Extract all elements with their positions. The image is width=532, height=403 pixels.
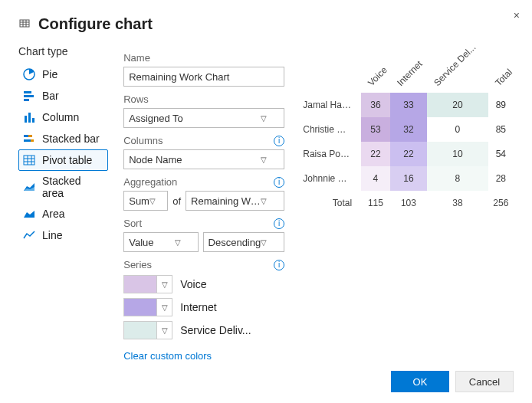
sort-dir-value: Descending [209, 237, 261, 248]
pivot-cell: 10 [427, 142, 488, 166]
series-row: ▽Internet [123, 298, 284, 316]
color-swatch [124, 322, 156, 339]
aggregation-field-select[interactable]: Remaining Work ▽ [186, 191, 284, 211]
chevron-down-icon: ▽ [261, 114, 267, 123]
svg-rect-10 [28, 113, 31, 123]
series-name: Service Deliv... [180, 324, 251, 336]
ok-button[interactable]: OK [391, 371, 449, 392]
pivot-cell: 33 [390, 93, 428, 117]
columns-select[interactable]: Node Name ▽ [123, 149, 284, 169]
chart-type-pie[interactable]: Pie [18, 64, 108, 85]
series-color-select[interactable]: ▽ [123, 298, 172, 316]
configure-chart-dialog: × Configure chart Chart type PieBarColum… [0, 0, 532, 403]
pivot-col-header: Internet [390, 50, 428, 93]
cancel-button[interactable]: Cancel [455, 371, 514, 392]
columns-value: Node Name [129, 154, 182, 165]
chart-type-stacked-bar[interactable]: Stacked bar [18, 128, 108, 149]
series-row: ▽Voice [123, 275, 284, 293]
pivot-total-cell: 115 [361, 191, 389, 215]
chart-type-column[interactable]: Column [18, 106, 108, 128]
info-icon[interactable]: i [274, 218, 284, 229]
sort-field-select[interactable]: Value ▽ [123, 232, 198, 252]
aggregation-label: Aggregation [123, 176, 177, 188]
svg-rect-14 [24, 139, 31, 142]
chevron-down-icon: ▽ [156, 299, 172, 316]
info-icon[interactable]: i [274, 260, 284, 270]
rows-label: Rows [123, 93, 284, 105]
pivot-col-header: Service Del... [427, 50, 488, 93]
pivot-total-cell: 38 [427, 191, 488, 215]
chart-type-label: Chart type [18, 45, 108, 57]
table-row: Raisa Pokro...22221054 [300, 142, 514, 166]
svg-rect-13 [28, 135, 32, 137]
svg-rect-8 [24, 99, 29, 101]
table-row: Jamal Hartn...36332089 [300, 93, 514, 117]
pivot-row-header: Jamal Hartn... [300, 93, 361, 117]
pivot-row-header: Raisa Pokro... [300, 142, 361, 166]
chart-type-pivot-table[interactable]: Pivot table [18, 149, 108, 171]
pivot-cell: 53 [361, 117, 389, 142]
pivot-cell: 85 [488, 117, 514, 142]
pivot-cell: 4 [361, 166, 389, 191]
chart-type-label: Line [42, 229, 62, 241]
pivot-total-cell: 256 [488, 191, 514, 215]
chart-type-label: Pie [42, 68, 57, 80]
stacked-bar-icon [22, 132, 36, 146]
dialog-header: Configure chart [18, 15, 514, 33]
pivot-total-label: Total [300, 191, 361, 215]
series-row: ▽Service Deliv... [123, 321, 284, 339]
aggregation-fn-select[interactable]: Sum ▽ [123, 191, 168, 211]
pivot-col-header: Total [488, 50, 514, 93]
chevron-down-icon: ▽ [149, 197, 156, 205]
color-swatch [124, 299, 156, 316]
info-icon[interactable]: i [274, 136, 284, 146]
series-color-select[interactable]: ▽ [123, 275, 172, 293]
chart-type-label: Column [42, 111, 79, 123]
sort-label: Sort [123, 218, 142, 229]
pivot-cell: 20 [427, 93, 488, 117]
chart-type-stacked-area[interactable]: Stacked area [18, 171, 108, 203]
svg-rect-0 [20, 20, 29, 27]
pivot-cell: 36 [361, 93, 389, 117]
chart-type-area[interactable]: Area [18, 203, 108, 224]
aggregation-fn-value: Sum [129, 195, 149, 207]
chart-type-panel: Chart type PieBarColumnStacked barPivot … [18, 45, 108, 362]
pivot-cell: 8 [427, 166, 488, 191]
pivot-cell: 89 [488, 93, 514, 117]
pivot-cell: 22 [390, 142, 428, 166]
rows-value: Assigned To [129, 113, 183, 124]
svg-rect-11 [32, 118, 34, 123]
series-color-select[interactable]: ▽ [123, 321, 172, 339]
sort-dir-select[interactable]: Descending ▽ [203, 232, 285, 252]
chart-type-bar[interactable]: Bar [18, 85, 108, 106]
info-icon[interactable]: i [274, 177, 284, 188]
rows-select[interactable]: Assigned To ▽ [123, 108, 284, 128]
chevron-down-icon: ▽ [156, 322, 172, 339]
chevron-down-icon: ▽ [261, 197, 267, 205]
name-label: Name [123, 52, 284, 64]
column-icon [22, 110, 36, 124]
chart-type-line[interactable]: Line [18, 224, 108, 246]
svg-rect-15 [31, 139, 34, 142]
preview-panel: VoiceInternetService Del...Total Jamal H… [300, 45, 514, 362]
svg-rect-16 [24, 156, 34, 165]
chart-dialog-icon [18, 17, 31, 31]
chevron-down-icon: ▽ [261, 156, 267, 164]
sort-field-value: Value [129, 237, 153, 248]
pivot-cell: 16 [390, 166, 428, 191]
name-input[interactable] [123, 67, 284, 87]
pivot-total-cell: 103 [390, 191, 428, 215]
series-name: Internet [180, 301, 216, 313]
dialog-footer: OK Cancel [391, 371, 514, 392]
table-row: Johnnie McL...416828 [300, 166, 514, 191]
columns-label: Columns [123, 135, 163, 146]
svg-rect-12 [24, 135, 28, 137]
clear-custom-colors-link[interactable]: Clear custom colors [123, 350, 212, 362]
close-button[interactable]: × [514, 9, 520, 21]
pivot-cell: 32 [390, 117, 428, 142]
bar-icon [22, 89, 36, 103]
pivot-total-row: Total11510338256 [300, 191, 514, 215]
pivot-cell: 22 [361, 142, 389, 166]
aggregation-of-label: of [172, 195, 181, 207]
pivot-row-header: Johnnie McL... [300, 166, 361, 191]
